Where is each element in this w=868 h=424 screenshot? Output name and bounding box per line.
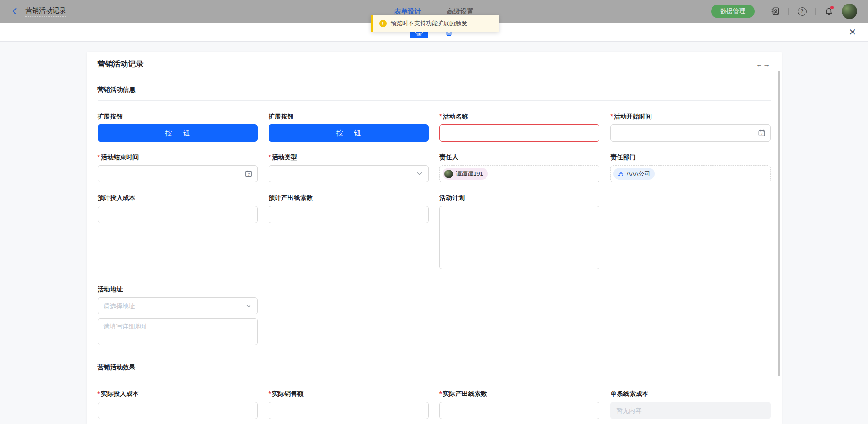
page-title: 营销活动记录	[25, 6, 66, 17]
department-tag: AAA公司	[613, 168, 655, 180]
address-select[interactable]	[98, 297, 258, 314]
field-ext-button-1: 扩展按钮 按 钮	[98, 112, 258, 142]
required-mark: *	[269, 153, 271, 161]
field-owner: 责任人 谭谭谭191	[439, 152, 599, 182]
field-plan: 活动计划	[439, 193, 599, 271]
end-time-input[interactable]	[98, 165, 258, 182]
field-ext-button-2: 扩展按钮 按 钮	[269, 112, 429, 142]
field-label: 单条线索成本	[610, 389, 770, 398]
est-cost-input[interactable]	[98, 206, 258, 223]
back-button[interactable]	[11, 7, 19, 15]
field-label: 预计投入成本	[98, 193, 258, 202]
form-row: 预计投入成本 预计产出线索数 活动计划	[98, 193, 771, 271]
field-actual-cost: *实际投入成本	[98, 389, 258, 419]
est-leads-input[interactable]	[269, 206, 429, 223]
required-mark: *	[610, 113, 613, 120]
avatar[interactable]	[842, 4, 857, 19]
chevron-down-icon	[245, 302, 253, 310]
required-mark: *	[269, 390, 271, 397]
calendar-icon: 7	[758, 129, 766, 137]
scrollbar-thumb[interactable]	[778, 71, 780, 376]
form-panel: 营销活动记录 ←→ 营销活动信息 扩展按钮 按 钮 扩展按钮 按 钮 *活动名称	[87, 52, 782, 424]
field-start-time: *活动开始时间 7	[610, 112, 770, 142]
owner-avatar	[444, 170, 453, 178]
contact-book-icon[interactable]	[769, 5, 781, 17]
field-label: 实际销售额	[272, 390, 303, 397]
close-icon[interactable]: ✕	[849, 27, 856, 38]
field-est-leads: 预计产出线索数	[269, 193, 429, 271]
topbar-actions: 数据管理 ?	[711, 4, 857, 19]
activity-name-input[interactable]	[439, 124, 599, 142]
org-chart-icon	[618, 171, 624, 177]
help-icon[interactable]: ?	[796, 5, 808, 17]
field-est-cost: 预计投入成本	[98, 193, 258, 271]
field-label: 责任人	[439, 152, 599, 162]
divider	[788, 8, 789, 15]
actual-cost-input[interactable]	[98, 402, 258, 419]
required-mark: *	[98, 390, 100, 397]
notification-dot	[830, 6, 834, 9]
content-area: 营销活动记录 ←→ 营销活动信息 扩展按钮 按 钮 扩展按钮 按 钮 *活动名称	[0, 52, 868, 424]
owner-picker[interactable]: 谭谭谭191	[439, 165, 599, 182]
divider	[815, 8, 816, 15]
field-label: 责任部门	[610, 152, 770, 162]
department-picker[interactable]: AAA公司	[610, 165, 770, 182]
extension-button-2[interactable]: 按 钮	[269, 124, 429, 142]
toast-message: 预览时不支持功能扩展的触发	[391, 19, 467, 28]
back-chevron-icon	[11, 7, 19, 15]
extension-button-1[interactable]: 按 钮	[98, 124, 258, 142]
field-department: 责任部门	[610, 152, 770, 182]
form-row: *实际投入成本 *实际销售额 *实际产出线索数 单条线索成本	[98, 389, 771, 419]
field-label: 预计产出线索数	[269, 193, 429, 202]
toast-warning: ! 预览时不支持功能扩展的触发	[371, 15, 499, 32]
field-end-time: *活动结束时间 7	[98, 152, 258, 182]
form-row: *活动结束时间 7 *活动类型	[98, 152, 771, 182]
address-detail-textarea[interactable]	[98, 318, 258, 345]
field-actual-sales: *实际销售额	[269, 389, 429, 419]
field-label: 活动类型	[272, 153, 297, 161]
required-mark: *	[98, 153, 100, 161]
field-cost-per-lead: 单条线索成本	[610, 389, 770, 419]
required-mark: *	[439, 113, 442, 120]
panel-header: 营销活动记录 ←→	[98, 52, 771, 76]
svg-text:7: 7	[761, 132, 763, 136]
actual-sales-input[interactable]	[269, 402, 429, 419]
warning-icon: !	[379, 20, 387, 27]
data-manage-button[interactable]: 数据管理	[711, 5, 755, 18]
field-activity-name: *活动名称	[439, 112, 599, 142]
field-label: 活动计划	[439, 193, 599, 202]
section-activity-info: 营销活动信息	[98, 76, 771, 101]
field-label: 扩展按钮	[269, 112, 429, 121]
field-label: 实际产出线索数	[443, 390, 487, 397]
field-address: 活动地址	[98, 285, 258, 347]
field-label: 活动地址	[98, 285, 258, 294]
owner-name: 谭谭谭191	[456, 170, 483, 178]
actual-leads-input[interactable]	[439, 402, 599, 419]
divider	[762, 8, 762, 15]
start-time-input[interactable]	[610, 124, 770, 142]
chevron-down-icon	[415, 170, 424, 178]
section-activity-effect: 营销活动效果	[98, 353, 771, 378]
calendar-icon: 7	[245, 170, 253, 178]
field-label: 扩展按钮	[98, 112, 258, 121]
field-label: 活动结束时间	[101, 153, 139, 161]
field-label: 实际投入成本	[101, 390, 139, 397]
field-actual-leads: *实际产出线索数	[439, 389, 599, 419]
required-mark: *	[439, 390, 442, 397]
expand-width-icon[interactable]: ←→	[756, 61, 771, 68]
field-label: 活动开始时间	[614, 113, 652, 120]
tab-form-design[interactable]: 表单设计	[394, 7, 421, 16]
plan-textarea[interactable]	[439, 206, 599, 269]
department-name: AAA公司	[627, 170, 650, 178]
empty-cell	[610, 193, 770, 271]
bell-icon[interactable]	[823, 5, 835, 17]
form-row: 扩展按钮 按 钮 扩展按钮 按 钮 *活动名称 *活动开始时间	[98, 112, 771, 142]
form-title: 营销活动记录	[98, 59, 144, 69]
activity-type-select[interactable]	[269, 165, 429, 182]
field-label: 活动名称	[443, 113, 468, 120]
field-activity-type: *活动类型	[269, 152, 429, 182]
svg-text:7: 7	[248, 172, 250, 176]
tab-advanced-settings[interactable]: 高级设置	[447, 7, 474, 16]
owner-tag: 谭谭谭191	[443, 168, 488, 180]
cost-per-lead-input	[610, 402, 770, 419]
